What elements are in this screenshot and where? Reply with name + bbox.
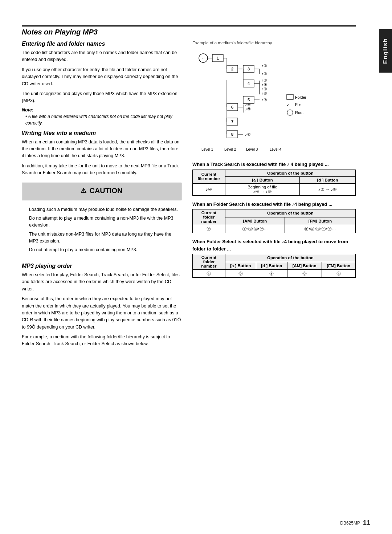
table1-subheader-d: [d ] Button	[300, 176, 356, 183]
caution-box: CAUTION	[22, 183, 181, 200]
writing-para-1: When a medium containing MP3 data is loa…	[22, 139, 181, 160]
page-number: 11	[363, 519, 370, 527]
entering-para-2: If you use any other character for entry…	[22, 66, 181, 87]
table2: Currentfoldernumber Operation of the but…	[192, 209, 356, 233]
svg-text:Level 4: Level 4	[270, 147, 282, 151]
svg-text:♪: ♪	[287, 102, 289, 107]
note-label: Note:	[22, 107, 181, 113]
svg-text:○: ○	[202, 56, 204, 60]
svg-text:1: 1	[217, 56, 219, 60]
table1-header-current: Currentfile number	[193, 170, 225, 183]
diagram-area: ○ 1 2 3	[192, 47, 356, 157]
svg-text:4: 4	[248, 81, 250, 86]
note-text: • A file with a name entered with charac…	[22, 113, 181, 126]
svg-text:♪②: ♪②	[261, 72, 267, 76]
entering-para-3: The unit recognizes and plays only those…	[22, 90, 181, 105]
table1-row-current: ♪④	[193, 183, 225, 195]
table2-row-am: ㋑•㋒•㋓•㋔…	[225, 225, 285, 233]
svg-point-48	[287, 110, 293, 115]
svg-text:Root: Root	[295, 110, 303, 115]
mp3-para-2: Because of this, the order in which they…	[22, 295, 181, 331]
table2-heading: When an Folder Search is executed with f…	[192, 201, 356, 208]
svg-text:3: 3	[248, 67, 250, 71]
table3-row-d: ㋔	[256, 270, 287, 278]
entering-para-1: The code list characters are the only fi…	[22, 49, 181, 64]
table3-subheader-fm: [FM] Button	[322, 262, 355, 270]
table1-row-d: ♪⑤ → ♪⑥	[300, 183, 356, 195]
svg-text:♪⑩: ♪⑩	[245, 132, 251, 136]
table3-heading: When Folder Select is selected with file…	[192, 238, 356, 252]
table2-header-operation: Operation of the button	[225, 209, 355, 217]
language-tab: English	[379, 29, 392, 73]
svg-text:♪④: ♪④	[261, 82, 267, 87]
svg-text:Level 2: Level 2	[224, 147, 236, 151]
table3-subheader-am: [AM] Button	[287, 262, 322, 270]
table3-row-a: ㋒	[225, 270, 256, 278]
caution-item-4: Do not attempt to play a medium containi…	[25, 246, 179, 253]
svg-text:♪⑦: ♪⑦	[261, 98, 267, 102]
section-heading-entering: Entering file and folder names	[22, 41, 181, 47]
svg-text:2: 2	[231, 67, 233, 71]
table1-subheader-a: [a ] Button	[225, 176, 299, 183]
table1-header-operation: Operation of the button	[225, 170, 355, 176]
caution-item-1: Loading such a medium may produce loud n…	[25, 206, 179, 213]
caution-item-2: Do no attempt to play a medium containin…	[25, 215, 179, 229]
section-heading-writing: Writing files into a medium	[22, 130, 181, 136]
top-rule	[22, 25, 356, 27]
svg-text:Level 1: Level 1	[201, 147, 213, 151]
table3-subheader-d: [d ] Button	[256, 262, 287, 270]
table3-row-fm: ㋓	[322, 270, 355, 278]
table1-row-a: Beginning of file♪④ → ♪③	[225, 183, 299, 195]
table1: Currentfile number Operation of the butt…	[192, 170, 356, 196]
svg-text:7: 7	[231, 119, 233, 124]
svg-text:♪⑨: ♪⑨	[245, 107, 251, 111]
table2-header-current: Currentfoldernumber	[193, 209, 225, 225]
caution-title: CAUTION	[28, 187, 175, 195]
table3-header-current: Currentfoldernumber	[193, 254, 225, 270]
svg-text:8: 8	[231, 132, 233, 136]
caution-body: Loading such a medium may produce loud n…	[22, 204, 181, 258]
table2-subheader-fm: [FM] Button	[285, 217, 355, 225]
doc-ref: DB625MP	[340, 521, 360, 526]
svg-text:♪③: ♪③	[261, 78, 267, 82]
svg-text:File: File	[295, 102, 302, 107]
table2-subheader-am: [AM] Button	[225, 217, 285, 225]
svg-text:Folder: Folder	[295, 95, 307, 99]
right-column: Example of a medium's folder/file hierar…	[192, 41, 356, 351]
left-column: Entering file and folder names The code …	[22, 41, 181, 351]
section-heading-mp3: MP3 playing order	[22, 263, 181, 269]
svg-text:♪⑧: ♪⑧	[245, 102, 251, 107]
svg-text:6: 6	[231, 105, 233, 109]
page-title: Notes on Playing MP3	[22, 28, 356, 36]
mp3-para-1: When selected for play, Folder Search, T…	[22, 272, 181, 293]
svg-text:♪①: ♪①	[261, 64, 267, 68]
table3-row-current: ㋓	[193, 270, 225, 278]
svg-text:♪⑤: ♪⑤	[261, 87, 267, 91]
table2-row-fm: ㋔•㋓•㋒•㋑•㋐…	[285, 225, 355, 233]
svg-text:♪⑥: ♪⑥	[261, 91, 267, 95]
table3: Currentfoldernumber Operation of the but…	[192, 254, 356, 278]
writing-para-2: In addition, it may take time for the un…	[22, 163, 181, 177]
table1-heading: When a Track Search is executed with fil…	[192, 161, 356, 168]
table3-subheader-a: [a ] Button	[225, 262, 256, 270]
svg-rect-44	[287, 94, 293, 99]
caution-item-3: The unit mistakes non-MP3 files for MP3 …	[25, 231, 179, 245]
table3-header-operation: Operation of the button	[225, 254, 355, 262]
table2-row-current: ㋐	[193, 225, 225, 233]
mp3-para-3: For example, a medium with the following…	[22, 334, 181, 348]
table3-row-am: ㋒	[287, 270, 322, 278]
svg-text:Level 3: Level 3	[246, 147, 258, 151]
page-footer: DB625MP 11	[340, 519, 370, 527]
diagram-caption: Example of a medium's folder/file hierar…	[192, 41, 356, 45]
svg-text:5: 5	[248, 98, 250, 102]
